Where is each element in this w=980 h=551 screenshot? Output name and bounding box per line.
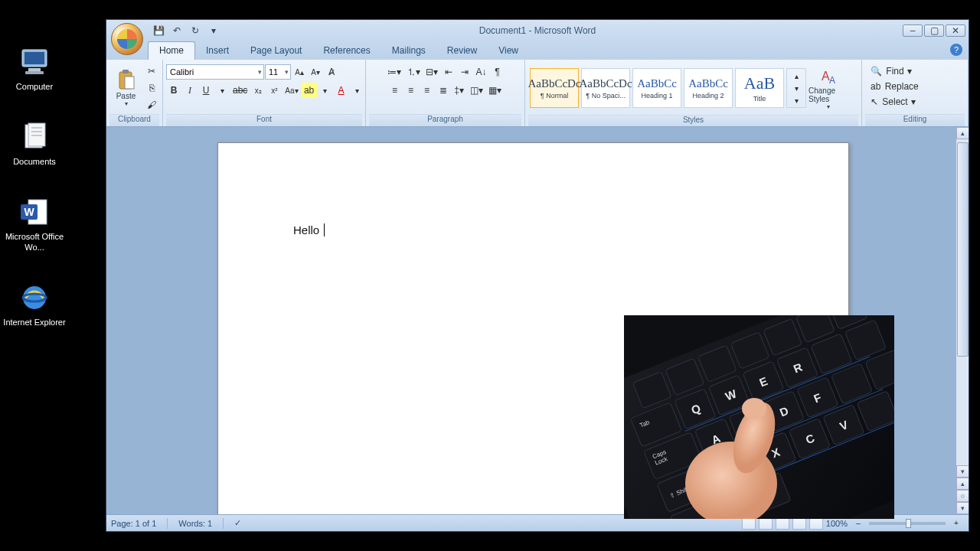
svg-rect-3 (25, 71, 44, 74)
status-proofing-icon[interactable]: ✓ (234, 518, 241, 528)
maximize-button[interactable]: ▢ (924, 24, 944, 37)
change-case-button[interactable]: Aa▾ (283, 83, 300, 98)
sort-button[interactable]: A↓ (473, 64, 488, 80)
next-page-button[interactable]: ▾ (956, 502, 969, 514)
replace-button[interactable]: ab Replace (868, 80, 921, 93)
tab-page-layout[interactable]: Page Layout (240, 42, 312, 60)
computer-icon (17, 46, 52, 78)
style-heading2[interactable]: AaBbCcHeading 2 (684, 68, 733, 108)
grow-font-button[interactable]: A▴ (292, 64, 307, 80)
style-title[interactable]: AaBTitle (735, 68, 784, 108)
change-styles-icon: AA (818, 67, 838, 86)
increase-indent-button[interactable]: ⇥ (457, 64, 472, 80)
desktop-icon-documents[interactable]: Documents (0, 121, 69, 167)
text-cursor (324, 223, 325, 236)
styles-expand[interactable]: ▾ (789, 95, 804, 106)
desktop: Computer Documents W Microsoft Office Wo… (0, 0, 103, 551)
desktop-icon-ie[interactable]: Internet Explorer (0, 282, 69, 328)
desktop-icon-word[interactable]: W Microsoft Office Wo... (0, 196, 69, 253)
align-right-button[interactable]: ≡ (420, 83, 435, 98)
scroll-thumb[interactable] (957, 142, 969, 357)
group-label-font: Font (166, 114, 362, 126)
borders-button[interactable]: ▦▾ (486, 83, 504, 98)
qat-undo-button[interactable]: ↶ (169, 24, 185, 37)
desktop-icon-computer[interactable]: Computer (0, 46, 69, 92)
document-text: Hello (293, 223, 319, 236)
bold-button[interactable]: B (166, 83, 181, 98)
highlight-dropdown[interactable]: ▾ (318, 83, 333, 98)
shading-button[interactable]: ◫▾ (468, 83, 485, 98)
tab-review[interactable]: Review (436, 42, 488, 60)
underline-button[interactable]: U (198, 83, 214, 98)
change-styles-button[interactable]: AA Change Styles▾ (808, 64, 848, 112)
tab-references[interactable]: References (312, 42, 381, 60)
align-center-button[interactable]: ≡ (403, 83, 419, 98)
clear-formatting-button[interactable]: A̷ (324, 64, 339, 80)
shrink-font-button[interactable]: A▾ (308, 64, 323, 80)
word-icon: W (17, 196, 52, 228)
select-icon: ↖ (871, 96, 878, 107)
multilevel-button[interactable]: ⊟▾ (423, 64, 440, 80)
close-button[interactable]: ✕ (946, 24, 965, 37)
status-page[interactable]: Page: 1 of 1 (111, 519, 156, 528)
font-color-button[interactable]: A (334, 83, 349, 98)
font-size-select[interactable]: 11 (265, 64, 291, 80)
desktop-icon-label: Internet Explorer (0, 317, 69, 328)
underline-dropdown[interactable]: ▾ (214, 83, 230, 98)
bullets-button[interactable]: ≔▾ (385, 64, 403, 80)
tab-home[interactable]: Home (148, 41, 195, 60)
vertical-scrollbar[interactable]: ▴ ▾ ▴ ○ ▾ (956, 127, 969, 514)
zoom-level[interactable]: 100% (826, 519, 848, 528)
find-icon: 🔍 (871, 66, 882, 77)
line-spacing-button[interactable]: ‡▾ (452, 83, 467, 98)
italic-button[interactable]: I (182, 83, 198, 98)
font-color-dropdown[interactable]: ▾ (350, 83, 365, 98)
tab-mailings[interactable]: Mailings (381, 42, 436, 60)
highlight-button[interactable]: ab (302, 83, 317, 98)
strikethrough-button[interactable]: abc (230, 83, 250, 98)
qat-save-button[interactable]: 💾 (151, 24, 166, 37)
minimize-button[interactable]: – (903, 24, 923, 37)
subscript-button[interactable]: x₂ (250, 83, 266, 98)
qat-redo-button[interactable]: ↻ (188, 24, 203, 37)
qat-customize-button[interactable]: ▾ (206, 24, 221, 37)
zoom-slider[interactable] (869, 522, 946, 525)
svg-point-72 (742, 398, 766, 419)
cut-button[interactable]: ✂ (144, 64, 159, 79)
decrease-indent-button[interactable]: ⇤ (441, 64, 456, 80)
style-heading1[interactable]: AaBbCcHeading 1 (632, 68, 681, 108)
show-hide-button[interactable]: ¶ (490, 64, 505, 80)
styles-row-down[interactable]: ▾ (789, 83, 804, 93)
numbering-button[interactable]: ⒈▾ (404, 64, 423, 80)
superscript-button[interactable]: x² (266, 83, 282, 98)
find-button[interactable]: 🔍 Find ▾ (868, 64, 914, 78)
select-button[interactable]: ↖ Select ▾ (868, 95, 918, 109)
style-normal[interactable]: AaBbCcDc¶ Normal (530, 68, 579, 108)
desktop-icon-label: Documents (0, 156, 69, 167)
justify-button[interactable]: ≣ (436, 83, 451, 98)
help-button[interactable]: ? (950, 44, 962, 56)
group-label-styles: Styles (528, 115, 858, 126)
svg-rect-1 (24, 52, 44, 64)
font-name-select[interactable]: Calibri (166, 64, 264, 80)
prev-page-button[interactable]: ▴ (956, 478, 969, 490)
group-editing: 🔍 Find ▾ ab Replace ↖ Select ▾ Editing (862, 60, 969, 126)
styles-row-up[interactable]: ▴ (789, 70, 804, 81)
replace-icon: ab (871, 81, 880, 92)
copy-button[interactable]: ⎘ (144, 80, 159, 96)
scroll-down-button[interactable]: ▾ (956, 465, 969, 478)
status-words[interactable]: Words: 1 (178, 519, 212, 528)
format-painter-button[interactable]: 🖌 (144, 97, 159, 112)
zoom-in-button[interactable]: + (949, 516, 964, 531)
align-left-button[interactable]: ≡ (387, 83, 403, 98)
group-label-paragraph: Paragraph (369, 114, 521, 126)
scroll-up-button[interactable]: ▴ (956, 127, 969, 139)
paste-button[interactable]: Paste ▾ (109, 64, 142, 112)
desktop-icon-label: Microsoft Office Wo... (0, 231, 69, 253)
group-clipboard: Paste ▾ ✂ ⎘ 🖌 Clipboard (106, 60, 163, 126)
browse-object-button[interactable]: ○ (956, 490, 969, 502)
tab-insert[interactable]: Insert (195, 42, 240, 60)
office-button[interactable] (111, 23, 143, 55)
style-no-spacing[interactable]: AaBbCcDc¶ No Spaci... (581, 68, 630, 108)
tab-view[interactable]: View (488, 42, 529, 60)
